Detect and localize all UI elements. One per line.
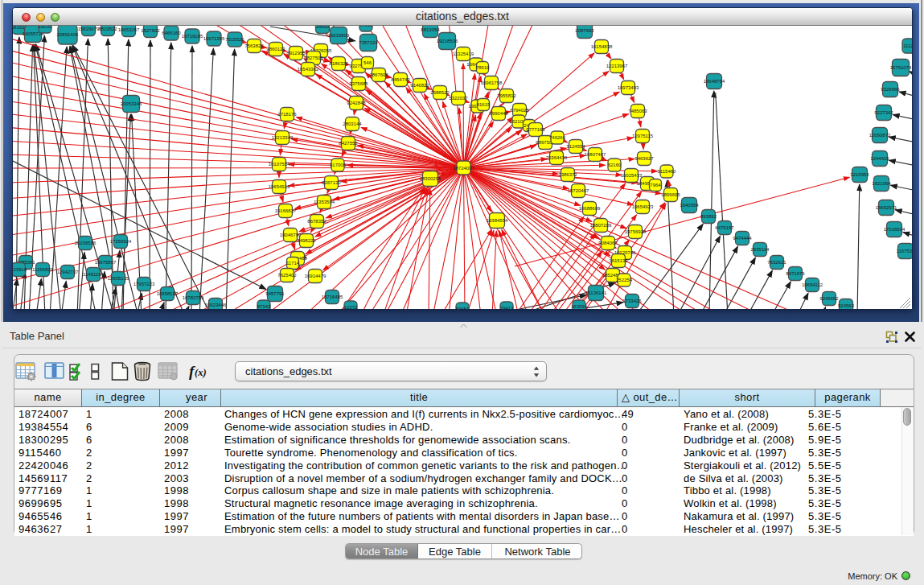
svg-text:9146821: 9146821 <box>410 83 429 88</box>
svg-text:19218506: 19218506 <box>437 39 458 43</box>
svg-text:163594: 163594 <box>571 304 588 309</box>
svg-text:15716485: 15716485 <box>322 295 343 299</box>
svg-text:5322037: 5322037 <box>449 96 468 101</box>
svg-text:917006: 917006 <box>330 163 347 167</box>
svg-text:7563822: 7563822 <box>244 43 264 48</box>
svg-text:3215953: 3215953 <box>850 172 869 177</box>
svg-text:8186328: 8186328 <box>329 61 348 66</box>
svg-text:20364436: 20364436 <box>546 155 568 160</box>
svg-text:12213967: 12213967 <box>606 64 628 68</box>
svg-text:18600: 18600 <box>316 26 330 29</box>
svg-text:2718176: 2718176 <box>277 112 297 117</box>
svg-text:2588520: 2588520 <box>430 90 450 95</box>
svg-text:10719185: 10719185 <box>182 34 203 39</box>
svg-text:11714: 11714 <box>286 261 300 266</box>
svg-text:16543362: 16543362 <box>298 67 319 72</box>
svg-text:1640954: 1640954 <box>680 203 699 208</box>
svg-text:7386372: 7386372 <box>558 172 577 177</box>
svg-text:19975867: 19975867 <box>95 260 117 265</box>
svg-text:12272: 12272 <box>344 305 358 309</box>
svg-text:19654923: 19654923 <box>632 204 654 209</box>
svg-text:10973493: 10973493 <box>618 85 639 90</box>
svg-text:11325419: 11325419 <box>453 51 474 56</box>
svg-text:6466160: 6466160 <box>162 31 181 35</box>
svg-text:893892: 893892 <box>700 214 717 219</box>
svg-text:16961758: 16961758 <box>481 80 503 85</box>
svg-text:7964: 7964 <box>650 183 661 187</box>
svg-text:11124: 11124 <box>903 43 912 48</box>
svg-text:10688609: 10688609 <box>579 206 601 211</box>
svg-text:12093872: 12093872 <box>869 133 891 138</box>
svg-text:8678352: 8678352 <box>307 219 326 224</box>
svg-text:8912955: 8912955 <box>286 51 306 56</box>
svg-text:11156829: 11156829 <box>32 267 53 272</box>
svg-text:10653267: 10653267 <box>118 27 140 32</box>
svg-text:7632621: 7632621 <box>767 260 786 265</box>
svg-text:18300295: 18300295 <box>420 176 441 181</box>
svg-text:7357224: 7357224 <box>359 40 378 45</box>
svg-text:10107554: 10107554 <box>269 162 290 167</box>
svg-text:10654112: 10654112 <box>802 282 823 287</box>
svg-text:9329966: 9329966 <box>881 87 900 92</box>
svg-text:7955812: 7955812 <box>497 93 516 98</box>
svg-text:8990448: 8990448 <box>489 111 508 116</box>
svg-text:9242848: 9242848 <box>347 101 366 105</box>
svg-text:15692971: 15692971 <box>876 205 897 210</box>
svg-text:62160: 62160 <box>608 163 622 167</box>
svg-text:19035: 19035 <box>39 26 52 29</box>
svg-text:3498222: 3498222 <box>297 238 316 243</box>
svg-text:18724007: 18724007 <box>453 166 474 171</box>
svg-text:8819522: 8819522 <box>98 27 117 31</box>
svg-text:1615132: 1615132 <box>609 258 628 263</box>
svg-text:6479197: 6479197 <box>715 225 734 230</box>
svg-text:78910: 78910 <box>476 65 490 70</box>
svg-text:16914479: 16914479 <box>305 274 326 278</box>
svg-text:(x): (x) <box>195 367 207 378</box>
svg-text:2867608: 2867608 <box>369 72 388 77</box>
svg-text:133919: 133919 <box>13 267 27 272</box>
svg-text:20053346: 20053346 <box>121 101 142 106</box>
svg-text:18807209: 18807209 <box>590 223 612 228</box>
svg-text:2803144: 2803144 <box>343 122 362 126</box>
svg-text:19046796: 19046796 <box>280 233 302 237</box>
svg-text:20413: 20413 <box>500 306 514 309</box>
svg-text:16671355: 16671355 <box>203 36 225 41</box>
svg-text:15136141: 15136141 <box>585 290 607 295</box>
svg-text:8471676: 8471676 <box>786 271 805 276</box>
svg-text:16782759: 16782759 <box>183 295 204 300</box>
svg-text:19166827: 19166827 <box>275 208 297 213</box>
svg-text:3124554: 3124554 <box>566 144 585 149</box>
svg-text:41615: 41615 <box>477 102 491 107</box>
svg-text:8454749: 8454749 <box>391 77 410 82</box>
svg-text:9457791: 9457791 <box>265 291 285 296</box>
svg-text:1527602: 1527602 <box>141 28 160 33</box>
svg-text:2087682: 2087682 <box>575 28 594 33</box>
svg-text:9115460: 9115460 <box>658 169 677 174</box>
svg-text:16033809: 16033809 <box>328 33 350 38</box>
svg-text:7625402: 7625402 <box>277 273 297 278</box>
svg-text:7485063: 7485063 <box>628 109 647 113</box>
svg-text:97013: 97013 <box>359 26 373 27</box>
svg-text:8427552: 8427552 <box>339 141 358 146</box>
svg-text:1244415: 1244415 <box>870 156 889 161</box>
svg-text:19756928: 19756928 <box>625 229 647 234</box>
svg-text:20891406: 20891406 <box>57 32 79 37</box>
svg-text:16648764: 16648764 <box>704 79 725 84</box>
svg-text:8813054: 8813054 <box>421 27 440 32</box>
svg-text:9227342: 9227342 <box>874 110 893 115</box>
svg-text:1733426: 1733426 <box>622 299 642 303</box>
svg-text:10923446: 10923446 <box>205 303 227 307</box>
svg-text:9245652: 9245652 <box>819 296 839 301</box>
svg-text:19654913: 19654913 <box>269 184 290 189</box>
svg-text:9827505: 9827505 <box>304 56 323 60</box>
svg-text:16154838: 16154838 <box>591 44 613 49</box>
svg-text:1167533: 1167533 <box>897 249 912 253</box>
svg-text:12942737: 12942737 <box>57 270 79 274</box>
svg-text:8267130: 8267130 <box>322 180 341 185</box>
svg-text:11451194: 11451194 <box>83 272 104 277</box>
svg-text:10025433: 10025433 <box>621 173 643 178</box>
svg-text:1621064: 1621064 <box>872 181 891 186</box>
svg-text:546: 546 <box>363 60 372 65</box>
svg-text:746266: 746266 <box>549 135 566 140</box>
svg-text:20206536: 20206536 <box>75 241 97 245</box>
